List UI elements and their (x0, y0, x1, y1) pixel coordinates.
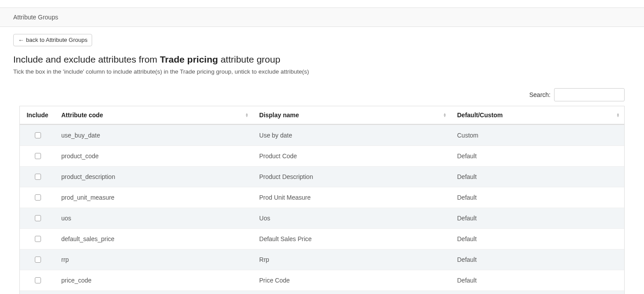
cell-attribute-code: price_code (55, 270, 253, 290)
table-row: stock_levelStock LevelDefault (20, 290, 624, 294)
column-header-include: Include (20, 106, 55, 125)
sort-icon: ▲▼ (443, 113, 447, 117)
include-checkbox[interactable] (35, 174, 41, 180)
back-button[interactable]: ← back to Attribute Groups (13, 34, 92, 46)
cell-include (20, 228, 55, 249)
cell-display-name: Uos (253, 208, 451, 228)
cell-default-custom: Custom (451, 125, 624, 145)
include-checkbox[interactable] (35, 132, 41, 138)
cell-display-name: Stock Level (253, 290, 451, 294)
column-header-default-custom[interactable]: Default/Custom ▲▼ (451, 106, 624, 125)
column-header-attribute-code[interactable]: Attribute code ▲▼ (55, 106, 253, 125)
table-row: rrpRrpDefault (20, 249, 624, 270)
cell-display-name: Price Code (253, 270, 451, 290)
include-checkbox[interactable] (35, 215, 41, 221)
cell-include (20, 249, 55, 270)
cell-include (20, 145, 55, 166)
include-checkbox[interactable] (35, 236, 41, 242)
cell-default-custom: Default (451, 249, 624, 270)
arrow-left-icon: ← (18, 37, 24, 43)
page-subtitle: Tick the box in the 'include' column to … (13, 68, 631, 75)
cell-display-name: Default Sales Price (253, 228, 451, 249)
cell-display-name: Use by date (253, 125, 451, 145)
cell-display-name: Rrp (253, 249, 451, 270)
cell-default-custom: Default (451, 208, 624, 228)
cell-attribute-code: default_sales_price (55, 228, 253, 249)
cell-default-custom: Default (451, 290, 624, 294)
cell-include (20, 166, 55, 187)
search-input[interactable] (554, 88, 625, 101)
cell-include (20, 290, 55, 294)
cell-display-name: Prod Unit Measure (253, 187, 451, 208)
include-checkbox[interactable] (35, 257, 41, 263)
cell-attribute-code: product_description (55, 166, 253, 187)
cell-attribute-code: use_buy_date (55, 125, 253, 145)
table-row: product_descriptionProduct DescriptionDe… (20, 166, 624, 187)
table-row: uosUosDefault (20, 208, 624, 228)
cell-display-name: Product Code (253, 145, 451, 166)
cell-attribute-code: prod_unit_measure (55, 187, 253, 208)
include-checkbox[interactable] (35, 153, 41, 159)
table-row: use_buy_dateUse by dateCustom (20, 125, 624, 145)
column-header-display-name[interactable]: Display name ▲▼ (253, 106, 451, 125)
cell-attribute-code: product_code (55, 145, 253, 166)
table-row: product_codeProduct CodeDefault (20, 145, 624, 166)
page-title: Include and exclude attributes from Trad… (13, 54, 631, 65)
cell-default-custom: Default (451, 187, 624, 208)
cell-attribute-code: rrp (55, 249, 253, 270)
sort-icon: ▲▼ (245, 113, 249, 117)
cell-default-custom: Default (451, 228, 624, 249)
include-checkbox[interactable] (35, 194, 41, 201)
table-row: price_codePrice CodeDefault (20, 270, 624, 290)
back-button-label: back to Attribute Groups (26, 37, 87, 44)
cell-default-custom: Default (451, 166, 624, 187)
cell-include (20, 270, 55, 290)
cell-include (20, 125, 55, 145)
search-wrap: Search: (19, 88, 625, 101)
table-row: default_sales_priceDefault Sales PriceDe… (20, 228, 624, 249)
table-header-row: Include Attribute code ▲▼ Display name ▲… (20, 106, 624, 125)
cell-include (20, 208, 55, 228)
cell-default-custom: Default (451, 270, 624, 290)
cell-attribute-code: stock_level (55, 290, 253, 294)
search-label: Search: (529, 91, 551, 98)
breadcrumb: Attribute Groups (0, 7, 644, 27)
cell-attribute-code: uos (55, 208, 253, 228)
include-checkbox[interactable] (35, 277, 41, 283)
cell-display-name: Product Description (253, 166, 451, 187)
attributes-table: Include Attribute code ▲▼ Display name ▲… (19, 106, 625, 294)
table-row: prod_unit_measureProd Unit MeasureDefaul… (20, 187, 624, 208)
cell-default-custom: Default (451, 145, 624, 166)
breadcrumb-current: Attribute Groups (13, 14, 58, 21)
cell-include (20, 187, 55, 208)
sort-icon: ▲▼ (616, 113, 620, 117)
